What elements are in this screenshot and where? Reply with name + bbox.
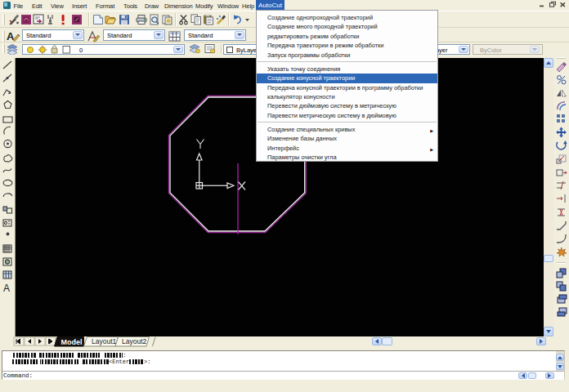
svg-text:Layout2: Layout2	[122, 337, 147, 345]
svg-text:Layout1: Layout1	[92, 337, 117, 345]
svg-text:A: A	[3, 283, 10, 294]
svg-text:Model: Model	[61, 338, 83, 346]
